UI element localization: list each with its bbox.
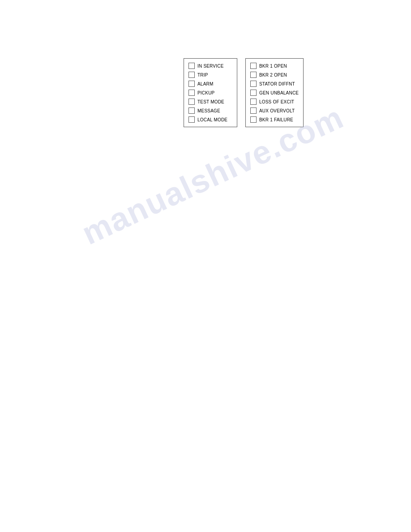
checkbox-test-mode[interactable] [188, 99, 195, 105]
checkbox-message[interactable] [188, 107, 195, 114]
list-item: AUX OVERVOLT [250, 106, 299, 115]
checkbox-bkr1-open[interactable] [250, 63, 257, 69]
list-item: BKR 1 OPEN [250, 61, 299, 70]
label-alarm: ALARM [197, 82, 213, 86]
checkbox-in-service[interactable] [188, 63, 195, 69]
label-trip: TRIP [197, 73, 208, 77]
checkbox-bkr2-open[interactable] [250, 72, 257, 78]
label-pickup: PICKUP [197, 90, 214, 95]
checkbox-local-mode[interactable] [188, 116, 195, 123]
label-in-service: IN SERVICE [197, 64, 224, 69]
list-item: TRIP [188, 70, 232, 79]
list-item: ALARM [188, 79, 232, 88]
list-item: STATOR DIFFNT [250, 79, 299, 88]
right-panel: BKR 1 OPEN BKR 2 OPEN STATOR DIFFNT GEN … [245, 58, 304, 127]
list-item: GEN UNBALANCE [250, 88, 299, 97]
list-item: MESSAGE [188, 106, 232, 115]
left-panel: IN SERVICE TRIP ALARM PICKUP TEST MODE M… [184, 58, 237, 127]
checkbox-loss-of-excit[interactable] [250, 99, 257, 105]
label-stator-diffnt: STATOR DIFFNT [259, 82, 295, 86]
checkbox-bkr1-failure[interactable] [250, 116, 257, 123]
list-item: IN SERVICE [188, 61, 232, 70]
list-item: LOSS OF EXCIT [250, 97, 299, 106]
list-item: PICKUP [188, 88, 232, 97]
checkbox-aux-overvolt[interactable] [250, 107, 257, 114]
label-bkr1-failure: BKR 1 FAILURE [259, 117, 293, 122]
list-item: TEST MODE [188, 97, 232, 106]
checkbox-gen-unbalance[interactable] [250, 90, 257, 96]
checkbox-pickup[interactable] [188, 90, 195, 96]
list-item: BKR 2 OPEN [250, 70, 299, 79]
label-local-mode: LOCAL MODE [197, 117, 227, 122]
list-item: BKR 1 FAILURE [250, 115, 299, 124]
panels-container: IN SERVICE TRIP ALARM PICKUP TEST MODE M… [184, 58, 304, 127]
list-item: LOCAL MODE [188, 115, 232, 124]
label-gen-unbalance: GEN UNBALANCE [259, 90, 299, 95]
label-message: MESSAGE [197, 108, 220, 113]
checkbox-alarm[interactable] [188, 81, 195, 87]
label-bkr1-open: BKR 1 OPEN [259, 64, 287, 69]
label-aux-overvolt: AUX OVERVOLT [259, 108, 295, 113]
checkbox-stator-diffnt[interactable] [250, 81, 257, 87]
label-bkr2-open: BKR 2 OPEN [259, 73, 287, 77]
label-loss-of-excit: LOSS OF EXCIT [259, 99, 294, 104]
checkbox-trip[interactable] [188, 72, 195, 78]
label-test-mode: TEST MODE [197, 99, 224, 104]
